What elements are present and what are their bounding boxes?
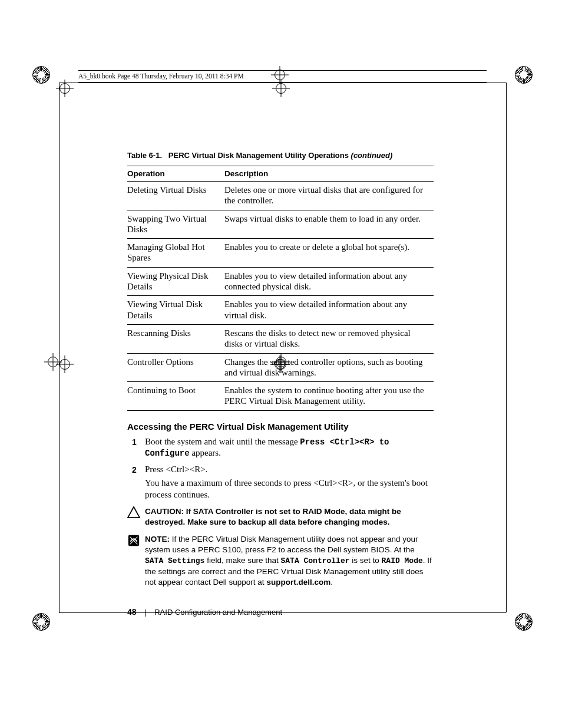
operations-table: Operation Description Deleting Virtual D… <box>127 166 434 411</box>
inline-mono: SATA Controller <box>280 556 349 565</box>
desc-cell: Enables you to view detailed information… <box>224 267 434 296</box>
note-body: NOTE: If the PERC Virtual Disk Managemen… <box>145 535 432 587</box>
table-title: PERC Virtual Disk Management Utility Ope… <box>168 151 349 160</box>
step-text: Boot the system and wait until the messa… <box>145 437 300 446</box>
note-text: . <box>330 578 333 587</box>
caution-label: CAUTION: <box>145 507 186 516</box>
table-row: Deleting Virtual DisksDeletes one or mor… <box>127 182 434 210</box>
inline-mono: SATA Settings <box>145 556 204 565</box>
registration-mark-icon <box>515 613 533 631</box>
crosshair-icon <box>48 357 58 367</box>
desc-cell: Enables you to view detailed information… <box>224 296 434 325</box>
op-cell: Viewing Virtual Disk Details <box>127 296 224 325</box>
registration-mark-icon <box>32 613 50 631</box>
crosshair-icon <box>59 359 70 370</box>
desc-cell: Deletes one or more virtual disks that a… <box>224 182 434 210</box>
running-header-text: A5_bk0.book Page 48 Thursday, February 1… <box>78 73 244 80</box>
step-text: appears. <box>190 448 221 457</box>
caution-icon <box>127 506 140 517</box>
op-cell: Swapping Two Virtual Disks <box>127 210 224 239</box>
desc-cell: Enables the system to continue booting a… <box>224 382 434 411</box>
desc-cell: Rescans the disks to detect new or remov… <box>224 324 434 353</box>
note-label: NOTE: <box>145 535 172 543</box>
th-description: Description <box>224 166 434 182</box>
desc-cell: Changes the selected controller options,… <box>224 353 434 382</box>
crosshair-icon <box>59 83 70 94</box>
note-callout: NOTE: If the PERC Virtual Disk Managemen… <box>127 534 434 588</box>
op-cell: Deleting Virtual Disks <box>127 182 224 210</box>
table-row: Viewing Virtual Disk DetailsEnables you … <box>127 296 434 325</box>
op-cell: Controller Options <box>127 353 224 382</box>
registration-mark-icon <box>515 66 533 84</box>
footer-separator: | <box>144 608 146 617</box>
table-row: Continuing to BootEnables the system to … <box>127 382 434 411</box>
op-cell: Continuing to Boot <box>127 382 224 411</box>
th-operation: Operation <box>127 166 224 182</box>
step-2: Press <Ctrl><R>. You have a maximum of t… <box>127 464 434 501</box>
table-row: Managing Global Hot SparesEnables you to… <box>127 239 434 268</box>
table-row: Rescanning DisksRescans the disks to det… <box>127 324 434 353</box>
op-cell: Managing Global Hot Spares <box>127 239 224 268</box>
note-icon <box>127 534 140 545</box>
step-paragraph: You have a maximum of three seconds to p… <box>145 477 434 500</box>
table-row: Controller OptionsChanges the selected c… <box>127 353 434 382</box>
table-row: Viewing Physical Disk DetailsEnables you… <box>127 267 434 296</box>
desc-cell: Enables you to create or delete a global… <box>224 239 434 268</box>
table-caption: Table 6-1. PERC Virtual Disk Management … <box>127 151 434 160</box>
registration-mark-icon <box>32 66 50 84</box>
table-label: Table 6-1. <box>127 151 162 160</box>
crosshair-icon <box>276 83 286 94</box>
step-text: Press <Ctrl><R>. <box>145 465 207 474</box>
op-cell: Viewing Physical Disk Details <box>127 267 224 296</box>
support-link: support.dell.com <box>266 578 330 587</box>
caution-callout: CAUTION: If SATA Controller is not set t… <box>127 506 434 528</box>
page-content: Table 6-1. PERC Virtual Disk Management … <box>127 151 434 588</box>
desc-cell: Swaps virtual disks to enable them to lo… <box>224 210 434 239</box>
table-continued: (continued) <box>351 151 393 160</box>
table-row: Swapping Two Virtual DisksSwaps virtual … <box>127 210 434 239</box>
step-1: Boot the system and wait until the messa… <box>127 436 434 459</box>
note-text: If the PERC Virtual Disk Management util… <box>145 535 418 554</box>
note-text: is set to <box>350 556 382 565</box>
footer-section: RAID Configuration and Management <box>154 608 282 617</box>
page-number: 48 <box>127 607 137 617</box>
steps-list: Boot the system and wait until the messa… <box>127 436 434 501</box>
page-footer: 48 | RAID Configuration and Management <box>127 607 282 617</box>
note-text: field, make sure that <box>204 556 280 565</box>
inline-mono: RAID Mode <box>382 556 423 565</box>
section-heading: Accessing the PERC Virtual Disk Manageme… <box>127 421 434 431</box>
op-cell: Rescanning Disks <box>127 324 224 353</box>
running-header: A5_bk0.book Page 48 Thursday, February 1… <box>78 70 487 83</box>
